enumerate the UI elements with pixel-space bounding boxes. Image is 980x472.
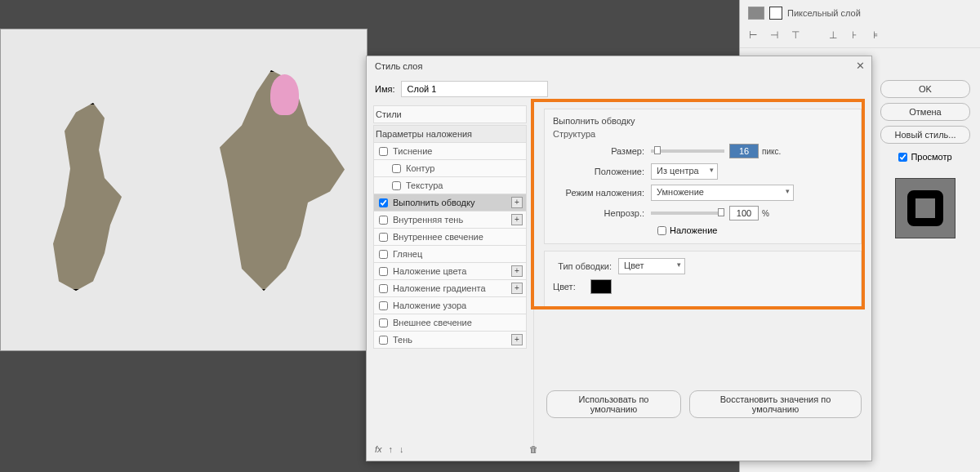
style-item-6[interactable]: Глянец — [373, 246, 527, 263]
canvas-object-toy[interactable] — [270, 74, 299, 115]
size-input[interactable] — [729, 144, 759, 158]
name-row: Имя: — [367, 76, 871, 102]
style-checkbox[interactable] — [379, 216, 388, 225]
preview-checkbox[interactable] — [898, 153, 907, 162]
style-label: Контур — [406, 163, 434, 173]
style-label: Тень — [393, 335, 412, 345]
align-right-icon[interactable]: ⊤ — [791, 29, 800, 41]
trash-icon[interactable]: 🗑 — [529, 444, 538, 454]
opacity-unit: % — [762, 209, 769, 218]
style-item-1[interactable]: Контур — [373, 160, 527, 177]
add-effect-icon[interactable]: + — [511, 197, 523, 208]
blend-row: Режим наложения: Умножение — [553, 185, 853, 201]
layer-name-input[interactable] — [401, 81, 548, 97]
styles-list: Стили Параметры наложения ТиснениеКонтур… — [367, 102, 534, 445]
blend-mode-select[interactable]: Умножение — [651, 185, 794, 201]
preview-toggle[interactable]: Просмотр — [880, 152, 970, 162]
fill-type-row: Тип обводки: Цвет — [553, 258, 853, 274]
style-item-11[interactable]: Тень+ — [373, 332, 527, 349]
style-item-0[interactable]: Тиснение — [373, 143, 527, 160]
align-center-v-icon[interactable]: ⊦ — [849, 29, 859, 41]
canvas-area[interactable] — [0, 29, 368, 351]
dialog-footer: fx ↑ ↓ 🗑 — [375, 444, 538, 454]
add-effect-icon[interactable]: + — [511, 265, 523, 277]
style-label: Выполнить обводку — [393, 198, 474, 207]
style-checkbox[interactable] — [379, 198, 388, 207]
size-slider[interactable] — [651, 149, 724, 153]
add-effect-icon[interactable]: + — [511, 334, 523, 345]
style-item-4[interactable]: Внутренняя тень+ — [373, 212, 527, 229]
dialog-titlebar[interactable]: Стиль слоя ✕ — [367, 56, 871, 76]
fill-type-select[interactable]: Цвет — [618, 258, 685, 274]
align-toolbar: ⊢ ⊣ ⊤ ⊥ ⊦ ⊧ — [740, 23, 980, 48]
color-label: Цвет: — [553, 282, 590, 292]
size-label: Размер: — [553, 146, 651, 156]
style-checkbox[interactable] — [379, 284, 388, 293]
add-effect-icon[interactable]: + — [511, 214, 523, 225]
position-select[interactable]: Из центра — [651, 163, 718, 180]
style-checkbox[interactable] — [379, 336, 388, 345]
ok-button[interactable]: OK — [880, 80, 970, 98]
style-item-2[interactable]: Текстура — [373, 177, 527, 194]
fill-type-label: Тип обводки: — [553, 261, 618, 271]
layer-name: Пиксельный слой — [787, 8, 861, 18]
style-item-8[interactable]: Наложение градиента+ — [373, 280, 527, 297]
style-preview — [895, 178, 956, 238]
style-label: Глянец — [393, 249, 422, 259]
overlay-checkbox[interactable] — [657, 226, 666, 235]
styles-header[interactable]: Стили — [373, 105, 527, 123]
style-label: Наложение узора — [393, 301, 466, 310]
style-checkbox[interactable] — [379, 267, 388, 276]
position-row: Положение: Из центра — [553, 163, 853, 180]
size-row: Размер: пикс. — [553, 144, 853, 158]
dialog-title-text: Стиль слоя — [375, 61, 422, 71]
style-item-10[interactable]: Внешнее свечение — [373, 314, 527, 332]
structure-fieldset: Выполнить обводку Структура Размер: пикс… — [544, 109, 862, 244]
style-checkbox[interactable] — [379, 233, 388, 242]
opacity-row: Непрозр.: % — [553, 206, 853, 220]
color-row: Цвет: — [553, 279, 853, 294]
size-unit: пикс. — [762, 147, 781, 156]
style-item-3[interactable]: Выполнить обводку+ — [373, 194, 527, 212]
close-icon[interactable]: ✕ — [856, 60, 865, 72]
align-top-icon[interactable]: ⊥ — [828, 29, 838, 41]
stroke-title: Выполнить обводку — [553, 116, 853, 126]
move-down-icon[interactable]: ↓ — [399, 444, 404, 454]
position-label: Положение: — [553, 167, 651, 176]
align-bottom-icon[interactable]: ⊧ — [871, 29, 880, 41]
layer-row[interactable]: Пиксельный слой — [740, 3, 980, 23]
layer-style-dialog: Стиль слоя ✕ Имя: Стили Параметры наложе… — [366, 56, 872, 461]
opacity-slider[interactable] — [651, 212, 724, 215]
align-center-h-icon[interactable]: ⊣ — [769, 29, 779, 41]
dialog-right-buttons: OK Отмена Новый стиль... Просмотр — [880, 80, 970, 162]
style-label: Внутренняя тень — [393, 215, 463, 225]
new-style-button[interactable]: Новый стиль... — [880, 126, 970, 144]
make-default-button[interactable]: Использовать по умолчанию — [546, 390, 681, 418]
add-effect-icon[interactable]: + — [511, 283, 523, 294]
style-checkbox[interactable] — [379, 301, 388, 310]
style-item-5[interactable]: Внутреннее свечение — [373, 229, 527, 246]
style-checkbox[interactable] — [392, 181, 401, 190]
reset-default-button[interactable]: Восстановить значения по умолчанию — [689, 390, 862, 418]
preview-label: Просмотр — [911, 152, 951, 162]
cancel-button[interactable]: Отмена — [880, 103, 970, 121]
blending-options-header[interactable]: Параметры наложения — [373, 125, 527, 143]
style-preview-swatch — [907, 190, 943, 226]
layer-mask-icon — [769, 7, 782, 20]
color-swatch[interactable] — [590, 279, 612, 294]
style-checkbox[interactable] — [379, 318, 388, 327]
fx-menu-icon[interactable]: fx — [375, 444, 382, 454]
style-checkbox[interactable] — [379, 147, 388, 156]
overlay-label: Наложение — [670, 225, 717, 235]
overlay-row: Наложение — [657, 225, 853, 235]
align-left-icon[interactable]: ⊢ — [748, 29, 758, 41]
default-buttons-row: Использовать по умолчанию Восстановить з… — [546, 390, 862, 418]
style-item-7[interactable]: Наложение цвета+ — [373, 263, 527, 280]
move-up-icon[interactable]: ↑ — [389, 444, 394, 454]
style-item-9[interactable]: Наложение узора — [373, 297, 527, 314]
style-checkbox[interactable] — [392, 164, 401, 173]
style-label: Внутреннее свечение — [393, 232, 483, 242]
canvas-object-cat-1[interactable] — [42, 103, 156, 291]
opacity-input[interactable] — [729, 206, 759, 220]
style-checkbox[interactable] — [379, 250, 388, 259]
